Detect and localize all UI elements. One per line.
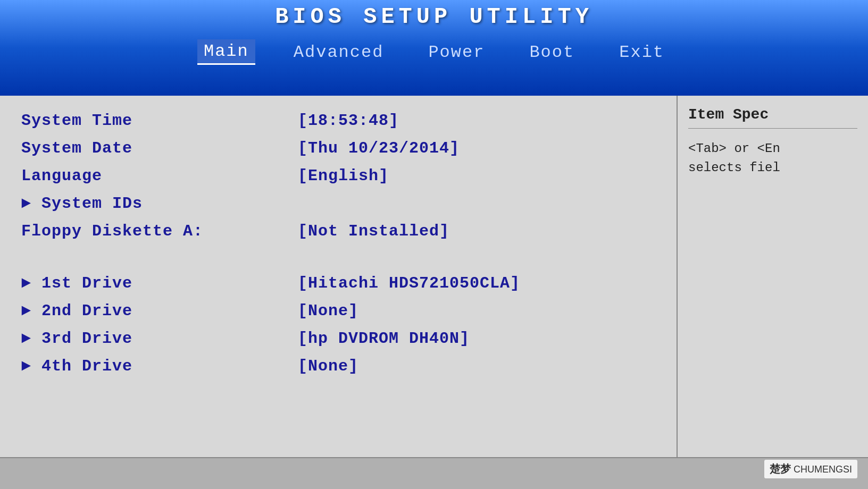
arrow-icon: ► <box>21 195 41 213</box>
drive-3-row: ► 3rd Drive [hp DVDROM DH40N] <box>21 330 655 348</box>
watermark-sub: CHUMENGSI <box>794 464 852 475</box>
language-label: Language <box>21 167 298 185</box>
drive-1-row: ► 1st Drive [Hitachi HDS721050CLA] <box>21 274 655 292</box>
drive-1-label[interactable]: ► 1st Drive <box>21 274 298 292</box>
drive-2-value[interactable]: [None] <box>298 302 358 320</box>
drive-4-label[interactable]: ► 4th Drive <box>21 357 298 375</box>
drive-3-label[interactable]: ► 3rd Drive <box>21 330 298 348</box>
drive-2-label[interactable]: ► 2nd Drive <box>21 302 298 320</box>
drive-4-row: ► 4th Drive [None] <box>21 357 655 375</box>
system-time-value[interactable]: [18:53:48] <box>298 112 399 130</box>
system-date-value[interactable]: [Thu 10/23/2014] <box>298 139 460 157</box>
arrow-icon-4: ► <box>21 357 41 375</box>
nav-bar: Main Advanced Power Boot Exit <box>0 35 868 69</box>
spacer <box>21 250 655 265</box>
floppy-value[interactable]: [Not Installed] <box>298 222 449 240</box>
arrow-icon-2: ► <box>21 302 41 320</box>
system-time-label: System Time <box>21 112 298 130</box>
bios-title: BIOS SETUP UTILITY <box>275 4 593 30</box>
floppy-label: Floppy Diskette A: <box>21 222 298 240</box>
nav-item-power[interactable]: Power <box>422 40 491 64</box>
system-time-row: System Time [18:53:48] <box>21 112 655 130</box>
bottom-bar <box>0 457 868 489</box>
nav-item-advanced[interactable]: Advanced <box>287 40 390 64</box>
nav-item-main[interactable]: Main <box>197 39 255 65</box>
drive-4-value[interactable]: [None] <box>298 357 358 375</box>
nav-item-exit[interactable]: Exit <box>613 40 671 64</box>
nav-item-boot[interactable]: Boot <box>523 40 581 64</box>
watermark-text: 楚梦 <box>770 463 791 475</box>
drive-1-value[interactable]: [Hitachi HDS721050CLA] <box>298 274 520 292</box>
system-date-label: System Date <box>21 139 298 157</box>
arrow-icon-3: ► <box>21 330 41 348</box>
drive-3-value[interactable]: [hp DVDROM DH40N] <box>298 330 470 348</box>
drive-2-row: ► 2nd Drive [None] <box>21 302 655 320</box>
system-ids-row: ► System IDs <box>21 195 655 213</box>
content-area: System Time [18:53:48] System Date [Thu … <box>0 96 868 457</box>
system-date-row: System Date [Thu 10/23/2014] <box>21 139 655 157</box>
floppy-row: Floppy Diskette A: [Not Installed] <box>21 222 655 240</box>
top-bar: BIOS SETUP UTILITY Main Advanced Power B… <box>0 0 868 96</box>
arrow-icon-1: ► <box>21 274 41 292</box>
side-panel-title: Item Spec <box>688 106 857 129</box>
system-ids-label[interactable]: ► System IDs <box>21 195 298 213</box>
bios-screen: BIOS SETUP UTILITY Main Advanced Power B… <box>0 0 868 489</box>
watermark: 楚梦 CHUMENGSI <box>764 460 857 478</box>
side-panel: Item Spec <Tab> or <Enselects fiel <box>677 96 868 457</box>
side-panel-text: <Tab> or <Enselects fiel <box>688 139 857 178</box>
language-row: Language [English] <box>21 167 655 185</box>
language-value[interactable]: [English] <box>298 167 389 185</box>
main-panel: System Time [18:53:48] System Date [Thu … <box>0 96 677 457</box>
